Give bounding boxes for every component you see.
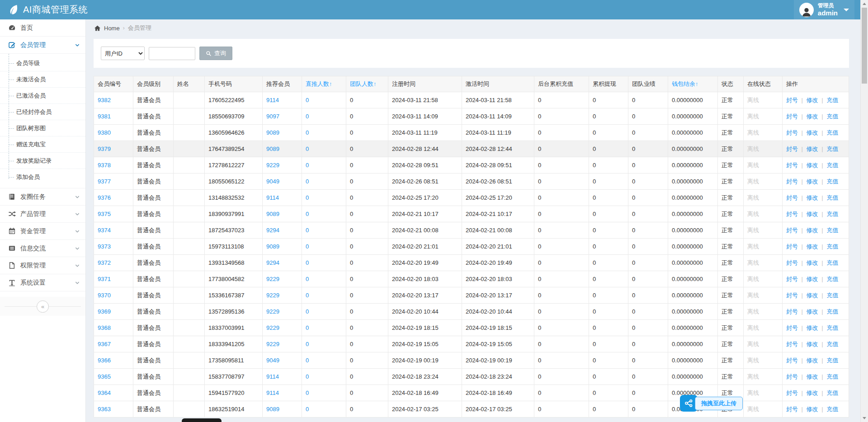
action-封号[interactable]: 封号 (786, 227, 798, 234)
link-direct_count[interactable]: 0 (306, 194, 309, 201)
action-修改[interactable]: 修改 (807, 324, 818, 331)
sidebar-item-permissions[interactable]: 权限管理 (0, 257, 85, 274)
link-id[interactable]: 9363 (98, 406, 111, 413)
link-referrer[interactable]: 9229 (266, 292, 279, 299)
sidebar-subitem[interactable]: 添加会员 (0, 169, 85, 185)
action-封号[interactable]: 封号 (786, 243, 798, 250)
action-修改[interactable]: 修改 (807, 373, 818, 380)
link-direct_count[interactable]: 0 (306, 178, 309, 185)
sidebar-subitem[interactable]: 赠送充电宝 (0, 136, 85, 153)
sidebar-item-products[interactable]: 产品管理 (0, 206, 85, 223)
link-id[interactable]: 9366 (98, 357, 111, 364)
link-direct_count[interactable]: 0 (306, 113, 309, 120)
action-充值[interactable]: 充值 (826, 406, 838, 413)
link-id[interactable]: 9365 (98, 373, 111, 380)
action-修改[interactable]: 修改 (807, 389, 818, 396)
sidebar-item-member[interactable]: 会员管理 (0, 37, 85, 54)
action-修改[interactable]: 修改 (807, 259, 818, 266)
link-referrer[interactable]: 9114 (266, 389, 279, 396)
action-充值[interactable]: 充值 (826, 227, 838, 234)
action-修改[interactable]: 修改 (807, 97, 818, 103)
link-id[interactable]: 9369 (98, 308, 111, 315)
action-封号[interactable]: 封号 (786, 308, 798, 315)
sidebar-item-system[interactable]: 系统设置 (0, 274, 85, 291)
link-id[interactable]: 9378 (98, 162, 111, 169)
action-修改[interactable]: 修改 (807, 194, 818, 201)
sidebar-item-home[interactable]: 首页 (0, 19, 85, 37)
breadcrumb-home[interactable]: Home (104, 25, 120, 32)
action-充值[interactable]: 充值 (826, 276, 838, 282)
link-referrer[interactable]: 9229 (266, 341, 279, 347)
action-充值[interactable]: 充值 (826, 97, 838, 103)
link-referrer[interactable]: 9229 (266, 324, 279, 331)
action-封号[interactable]: 封号 (786, 341, 798, 347)
link-referrer[interactable]: 9049 (266, 357, 279, 364)
action-充值[interactable]: 充值 (826, 129, 838, 136)
action-充值[interactable]: 充值 (826, 145, 838, 152)
sidebar-subitem[interactable]: 未激活会员 (0, 71, 85, 88)
action-充值[interactable]: 充值 (826, 162, 838, 169)
link-referrer[interactable]: 9097 (266, 113, 279, 120)
sidebar-subitem[interactable]: 已经封停会员 (0, 104, 85, 120)
link-direct_count[interactable]: 0 (306, 308, 309, 315)
action-充值[interactable]: 充值 (826, 243, 838, 250)
action-修改[interactable]: 修改 (807, 129, 818, 136)
action-充值[interactable]: 充值 (826, 308, 838, 315)
vertical-scrollbar[interactable] (860, 0, 868, 422)
link-referrer[interactable]: 9229 (266, 162, 279, 169)
col-header-team_count[interactable]: 团队人数↑ (346, 76, 388, 92)
link-id[interactable]: 9370 (98, 292, 111, 299)
action-修改[interactable]: 修改 (807, 276, 818, 282)
link-referrer[interactable]: 9229 (266, 276, 279, 282)
action-封号[interactable]: 封号 (786, 162, 798, 169)
link-referrer[interactable]: 9114 (266, 97, 279, 103)
link-referrer[interactable]: 9089 (266, 406, 279, 413)
action-充值[interactable]: 充值 (826, 357, 838, 364)
action-修改[interactable]: 修改 (807, 162, 818, 169)
link-direct_count[interactable]: 0 (306, 129, 309, 136)
action-充值[interactable]: 充值 (826, 341, 838, 347)
col-header-direct_count[interactable]: 直推人数↑ (302, 76, 346, 92)
link-direct_count[interactable]: 0 (306, 227, 309, 234)
action-修改[interactable]: 修改 (807, 308, 818, 315)
link-id[interactable]: 9380 (98, 129, 111, 136)
action-修改[interactable]: 修改 (807, 292, 818, 299)
action-修改[interactable]: 修改 (807, 357, 818, 364)
link-id[interactable]: 9381 (98, 113, 111, 120)
link-id[interactable]: 9371 (98, 276, 111, 282)
action-修改[interactable]: 修改 (807, 113, 818, 120)
action-修改[interactable]: 修改 (807, 406, 818, 413)
link-referrer[interactable]: 9294 (266, 227, 279, 234)
link-id[interactable]: 9377 (98, 178, 111, 185)
scrollbar-thumb[interactable] (862, 8, 867, 84)
link-id[interactable]: 9382 (98, 97, 111, 103)
action-修改[interactable]: 修改 (807, 341, 818, 347)
action-充值[interactable]: 充值 (826, 178, 838, 185)
action-封号[interactable]: 封号 (786, 324, 798, 331)
action-修改[interactable]: 修改 (807, 243, 818, 250)
action-充值[interactable]: 充值 (826, 259, 838, 266)
link-referrer[interactable]: 9114 (266, 194, 279, 201)
search-button[interactable]: 查询 (199, 47, 232, 60)
col-header-wallet_balance[interactable]: 钱包结余↑ (668, 76, 718, 92)
action-封号[interactable]: 封号 (786, 357, 798, 364)
action-充值[interactable]: 充值 (826, 373, 838, 380)
link-id[interactable]: 9368 (98, 324, 111, 331)
link-referrer[interactable]: 9294 (266, 259, 279, 266)
link-id[interactable]: 9374 (98, 227, 111, 234)
link-direct_count[interactable]: 0 (306, 341, 309, 347)
action-充值[interactable]: 充值 (826, 389, 838, 396)
action-封号[interactable]: 封号 (786, 113, 798, 120)
action-修改[interactable]: 修改 (807, 211, 818, 217)
link-direct_count[interactable]: 0 (306, 243, 309, 250)
link-id[interactable]: 9375 (98, 211, 111, 217)
link-direct_count[interactable]: 0 (306, 324, 309, 331)
action-封号[interactable]: 封号 (786, 194, 798, 201)
action-充值[interactable]: 充值 (826, 113, 838, 120)
upload-widget[interactable]: 拖拽至此上传 (680, 395, 743, 412)
action-修改[interactable]: 修改 (807, 227, 818, 234)
upload-label[interactable]: 拖拽至此上传 (695, 397, 743, 410)
link-direct_count[interactable]: 0 (306, 276, 309, 282)
action-封号[interactable]: 封号 (786, 129, 798, 136)
action-封号[interactable]: 封号 (786, 211, 798, 217)
